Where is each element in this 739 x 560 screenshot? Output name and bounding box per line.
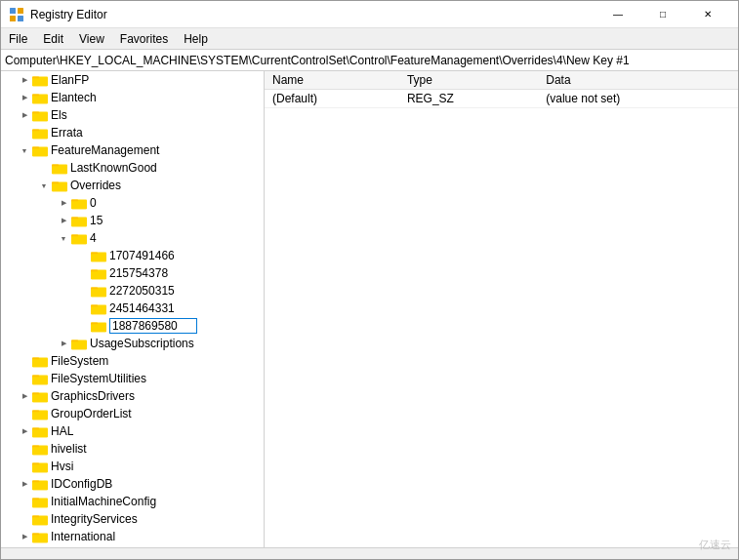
svg-rect-60 xyxy=(32,394,48,402)
tree-item-hivelist[interactable]: hivelist xyxy=(1,440,264,458)
expander-elanfp[interactable] xyxy=(17,72,32,88)
tree-item-override0[interactable]: 0 xyxy=(1,194,264,212)
svg-rect-24 xyxy=(52,183,67,191)
expander-elantech[interactable] xyxy=(17,90,32,105)
svg-rect-72 xyxy=(32,464,48,472)
expander-graphicsdrivers[interactable] xyxy=(17,388,32,404)
expander-usagesubs[interactable] xyxy=(56,336,71,351)
tree-item-filesystem[interactable]: FileSystem xyxy=(1,352,264,370)
menu-file[interactable]: File xyxy=(1,28,35,49)
folder-icon-newkey xyxy=(91,319,106,333)
tree-item-international[interactable]: International xyxy=(1,528,264,545)
label-initialmachineconfig: InitialMachineConfig xyxy=(51,495,156,508)
tree-item-usagesubs[interactable]: UsageSubscriptions xyxy=(1,335,264,352)
folder-icon-international xyxy=(32,530,48,543)
tree-item-lastknowngood[interactable]: LastKnownGood xyxy=(1,159,264,177)
label-override0: 0 xyxy=(90,196,97,210)
menu-edit[interactable]: Edit xyxy=(35,28,71,49)
window-controls: — □ ✕ xyxy=(595,1,730,28)
expander-integrityservices xyxy=(17,511,32,527)
label-hivelist: hivelist xyxy=(51,442,87,456)
label-idconfigdb: IDConfigDB xyxy=(51,477,112,491)
address-path: Computer\HKEY_LOCAL_MACHINE\SYSTEM\Curre… xyxy=(5,54,630,67)
tree-item-override15[interactable]: 15 xyxy=(1,212,264,229)
title-bar: Registry Editor — □ ✕ xyxy=(1,1,738,28)
folder-icon-usagesubs xyxy=(71,337,87,350)
svg-rect-42 xyxy=(91,289,106,297)
tree-item-key2272[interactable]: 2272050315 xyxy=(1,282,264,300)
status-bar xyxy=(1,547,738,559)
tree-item-idconfigdb[interactable]: IDConfigDB xyxy=(1,475,264,493)
tree-item-integrityservices[interactable]: IntegrityServices xyxy=(1,510,264,528)
tree-item-key2157[interactable]: 215754378 xyxy=(1,264,264,282)
menu-help[interactable]: Help xyxy=(176,28,216,49)
folder-icon-key2157 xyxy=(91,266,106,280)
expander-key1707 xyxy=(75,248,91,263)
expander-errata xyxy=(17,125,32,140)
folder-icon-filesystemutils xyxy=(32,372,48,385)
tree-item-hvsi[interactable]: Hvsi xyxy=(1,458,264,475)
expander-idconfigdb[interactable] xyxy=(17,476,32,492)
tree-item-grouporderlist[interactable]: GroupOrderList xyxy=(1,405,264,422)
tree-panel[interactable]: ElanFP Elantech Els Errata xyxy=(1,71,265,547)
label-elanfp: ElanFP xyxy=(51,73,89,87)
svg-rect-12 xyxy=(32,113,48,121)
expander-hal[interactable] xyxy=(17,423,32,439)
svg-rect-39 xyxy=(91,271,106,279)
folder-icon-initialmachineconfig xyxy=(32,495,48,508)
tree-item-graphicsdrivers[interactable]: GraphicsDrivers xyxy=(1,387,264,405)
tree-item-filesystemutils[interactable]: FileSystemUtilities xyxy=(1,370,264,387)
minimize-button[interactable]: — xyxy=(595,1,640,28)
label-filesystem: FileSystem xyxy=(51,354,108,368)
folder-icon-graphicsdrivers xyxy=(32,389,48,403)
svg-rect-36 xyxy=(91,254,106,261)
maximize-button[interactable]: □ xyxy=(640,1,685,28)
tree-item-elanfp[interactable]: ElanFP xyxy=(1,71,264,89)
folder-icon-overrides xyxy=(52,179,67,192)
expander-override15[interactable] xyxy=(56,213,71,228)
tree-item-newkey[interactable] xyxy=(1,317,264,335)
col-header-name: Name xyxy=(265,71,399,90)
tree-item-hal[interactable]: HAL xyxy=(1,422,264,440)
window-title: Registry Editor xyxy=(30,8,595,21)
svg-rect-27 xyxy=(71,201,87,209)
table-row[interactable]: (Default) REG_SZ (value not set) xyxy=(265,90,738,108)
expander-international[interactable] xyxy=(17,529,32,544)
tree-item-overrides[interactable]: Overrides xyxy=(1,177,264,194)
menu-view[interactable]: View xyxy=(71,28,112,49)
label-overrides: Overrides xyxy=(70,179,121,192)
tree-item-initialmachineconfig[interactable]: InitialMachineConfig xyxy=(1,493,264,510)
tree-item-featuremgmt[interactable]: FeatureManagement xyxy=(1,141,264,159)
expander-featuremgmt[interactable] xyxy=(17,142,32,158)
label-override4: 4 xyxy=(90,231,97,245)
svg-rect-48 xyxy=(91,324,106,332)
label-key2157: 215754378 xyxy=(109,266,168,280)
folder-icon-elanfp xyxy=(32,73,48,87)
tree-item-key1707[interactable]: 1707491466 xyxy=(1,247,264,264)
tree-item-elantech[interactable]: Elantech xyxy=(1,89,264,106)
label-featuremgmt: FeatureManagement xyxy=(51,143,159,157)
expander-hivelist xyxy=(17,441,32,457)
menu-favorites[interactable]: Favorites xyxy=(112,28,176,49)
svg-rect-1 xyxy=(18,8,23,14)
rename-input-newkey[interactable] xyxy=(109,318,197,334)
tree-item-key2451[interactable]: 2451464331 xyxy=(1,300,264,317)
folder-icon-key2272 xyxy=(91,284,106,298)
tree-item-errata[interactable]: Errata xyxy=(1,124,264,141)
label-integrityservices: IntegrityServices xyxy=(51,512,138,526)
svg-rect-3 xyxy=(18,16,23,21)
tree-item-els[interactable]: Els xyxy=(1,106,264,124)
expander-override0[interactable] xyxy=(56,195,71,211)
svg-rect-78 xyxy=(32,500,48,507)
folder-icon-lastknowngood xyxy=(52,161,67,175)
expander-override4[interactable] xyxy=(56,230,71,246)
expander-els[interactable] xyxy=(17,107,32,123)
expander-overrides[interactable] xyxy=(36,178,52,193)
close-button[interactable]: ✕ xyxy=(685,1,730,28)
cell-type: REG_SZ xyxy=(399,90,538,108)
app-icon xyxy=(9,7,24,22)
expander-hvsi xyxy=(17,459,32,474)
svg-rect-75 xyxy=(32,482,48,490)
tree-item-override4[interactable]: 4 xyxy=(1,229,264,247)
svg-rect-15 xyxy=(32,131,48,139)
